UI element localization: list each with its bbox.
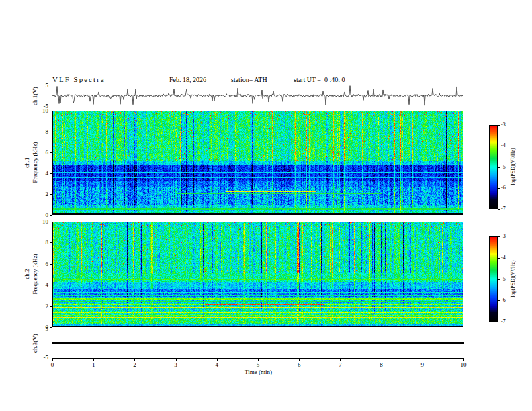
freq-tick-label: 8	[34, 240, 48, 246]
vlf-spectra-figure: VLF Spectra Feb. 18, 2026 station= ATH s…	[0, 0, 532, 411]
colorbar-tick-label: -6	[501, 298, 506, 303]
freq-tick-label: 4	[34, 282, 48, 288]
colorbar-tick-label: -3	[501, 234, 506, 239]
ch2-spec-axis-title-line2: Frequency (kHz)	[32, 253, 40, 294]
ch2-spec-axis-title-line1: ch.2	[24, 253, 32, 294]
colorbar-tick-label: -7	[501, 206, 506, 212]
ch1-waveform-plot	[52, 85, 463, 106]
freq-tick-label: 2	[34, 191, 48, 197]
colorbar-tick-mark	[498, 258, 500, 259]
ch1-spec-axis-title: ch.1 Frequency (kHz)	[24, 142, 39, 183]
freq-tick-mark	[50, 264, 52, 265]
ch1-spec-axis-title-line1: ch.1	[24, 142, 32, 183]
x-tick-label: 9	[417, 362, 428, 368]
freq-tick-mark	[50, 222, 52, 222]
x-tick-mark	[382, 358, 382, 361]
freq-tick-label: 4	[34, 171, 48, 177]
x-tick-label: 6	[294, 362, 304, 368]
colorbar-ch1	[489, 125, 498, 209]
freq-tick-mark	[50, 194, 52, 195]
x-tick-label: 1	[88, 362, 99, 368]
colorbar-tick-label: -4	[501, 255, 506, 261]
colorbar-tick-label: -5	[501, 165, 506, 170]
freq-tick-mark	[50, 285, 52, 285]
x-tick-label: 2	[129, 362, 140, 368]
x-tick-label: 7	[335, 362, 345, 368]
ch2-spec-axis-title: ch.2 Frequency (kHz)	[24, 253, 39, 294]
plot-start-ut: start UT = 0 :40: 0	[294, 76, 345, 83]
x-tick-mark	[93, 358, 94, 361]
colorbar-ch2-title: log(PSD)(V²/Hz)	[510, 260, 517, 297]
freq-tick-mark	[50, 327, 52, 328]
freq-tick-label: 8	[34, 129, 48, 135]
freq-tick-mark	[50, 132, 52, 132]
colorbar-tick-mark	[498, 125, 500, 126]
ch1-spec-axis-title-line2: Frequency (kHz)	[32, 142, 40, 183]
freq-tick-mark	[50, 215, 52, 216]
volt-tick-label: -5	[34, 103, 48, 109]
freq-tick-mark	[50, 152, 52, 153]
colorbar-tick-label: -5	[501, 277, 506, 282]
freq-tick-label: 10	[34, 219, 48, 225]
ch1-wave-axis-title: ch.1(V)	[32, 87, 40, 105]
x-tick-label: 0	[47, 362, 58, 368]
x-tick-label: 5	[253, 362, 263, 368]
x-tick-label: 3	[171, 362, 181, 368]
volt-tick-label: 5	[34, 83, 48, 89]
x-tick-mark	[340, 358, 341, 361]
colorbar-ch1-title: log(PSD)(V²/Hz)	[510, 148, 517, 185]
x-axis-title: Time (min)	[52, 369, 464, 375]
plot-title: VLF Spectra	[52, 75, 105, 83]
volt-tick-label: 5	[34, 326, 48, 332]
ch3-wave-axis-title: ch.3(V)	[32, 334, 40, 353]
colorbar-tick-label: -3	[501, 122, 506, 128]
x-tick-label: 8	[376, 362, 387, 368]
colorbar-ch2	[489, 236, 498, 322]
x-tick-mark	[463, 358, 464, 361]
colorbar-tick-mark	[498, 167, 500, 168]
freq-tick-label: 6	[34, 150, 48, 156]
colorbar-tick-label: -4	[501, 143, 506, 148]
freq-tick-mark	[50, 111, 52, 111]
colorbar-tick-mark	[498, 209, 500, 210]
x-tick-mark	[217, 358, 218, 361]
colorbar-tick-mark	[498, 188, 500, 189]
plot-station: station= ATH	[231, 76, 267, 83]
colorbar-tick-mark	[498, 146, 500, 146]
x-tick-mark	[52, 358, 53, 361]
x-tick-mark	[258, 358, 259, 361]
x-tick-label: 4	[212, 362, 222, 368]
freq-tick-mark	[50, 173, 52, 174]
volt-tick-label: -5	[34, 355, 48, 361]
colorbar-tick-label: -7	[501, 319, 506, 324]
colorbar-tick-mark	[498, 322, 500, 322]
x-tick-mark	[299, 358, 300, 361]
colorbar-tick-mark	[498, 300, 500, 301]
colorbar-tick-mark	[498, 279, 500, 280]
freq-tick-label: 6	[34, 261, 48, 267]
colorbar-tick-mark	[498, 236, 500, 237]
x-tick-mark	[134, 358, 135, 361]
x-tick-mark	[176, 358, 177, 361]
plot-date: Feb. 18, 2026	[169, 76, 206, 83]
freq-tick-mark	[50, 306, 52, 307]
x-tick-mark	[423, 358, 423, 361]
colorbar-tick-label: -6	[501, 185, 506, 191]
freq-tick-mark	[50, 242, 52, 243]
ch1-spectrogram-plot	[52, 111, 463, 215]
freq-tick-label: 0	[34, 212, 48, 218]
x-tick-label: 10	[458, 362, 469, 368]
ch2-spectrogram-plot	[52, 222, 463, 327]
ch3-flatline-trace	[52, 342, 464, 344]
freq-tick-label: 2	[34, 304, 48, 310]
